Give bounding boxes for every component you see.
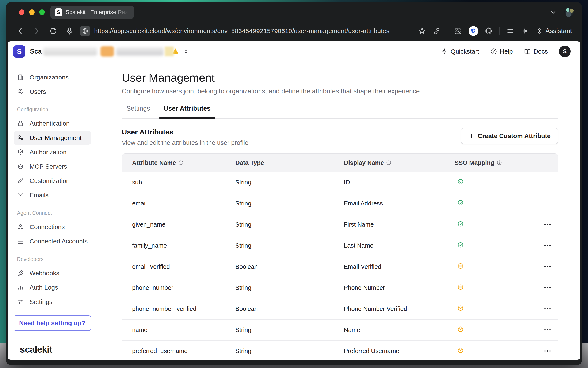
sso-unmapped-x-icon xyxy=(457,326,464,332)
user-avatar[interactable]: S xyxy=(559,46,571,57)
assistant-label: Assistant xyxy=(545,27,572,35)
reading-list-icon[interactable] xyxy=(506,27,514,35)
tab-bar: SettingsUser Attributes xyxy=(122,105,558,119)
cell-data-type: String xyxy=(235,348,344,355)
password-manager-extension[interactable] xyxy=(469,26,478,36)
workspace-selector[interactable]: Sca xyxy=(30,46,189,57)
ellipsis-menu-icon xyxy=(544,308,551,309)
need-help-button[interactable]: Need help setting up? xyxy=(13,315,91,331)
plus-icon xyxy=(468,133,475,139)
sso-mapped-check-icon xyxy=(457,178,464,185)
row-menu-button[interactable] xyxy=(524,287,558,288)
globe-icon xyxy=(82,28,89,34)
cell-sso-mapping xyxy=(455,284,524,292)
sidebar-item-label: Organizations xyxy=(29,74,68,81)
sso-unmapped-x-icon xyxy=(457,284,464,290)
sidebar-item-label: Users xyxy=(29,88,46,95)
sidebar-item-emails[interactable]: Emails xyxy=(13,188,91,202)
browser-toolbar: https://app.scalekit.cloud/ws/environmen… xyxy=(8,22,580,41)
minimize-window-button[interactable] xyxy=(29,9,35,15)
cell-sso-mapping xyxy=(455,263,524,271)
copy-link-icon[interactable] xyxy=(433,27,441,35)
info-icon[interactable] xyxy=(178,160,184,166)
bookmark-star-icon[interactable] xyxy=(418,27,426,35)
sidebar-footer: scalekit xyxy=(8,339,97,359)
table-row-name: nameStringName xyxy=(122,320,558,340)
lightning-icon xyxy=(441,48,448,55)
organizations-icon xyxy=(17,74,24,81)
row-menu-button[interactable] xyxy=(524,245,558,246)
sidebar-item-connected-accounts[interactable]: Connected Accounts xyxy=(13,235,91,248)
sidebar-item-user-management[interactable]: User Management xyxy=(13,131,91,145)
page-content: S Sca Quickstart xyxy=(8,41,580,359)
cell-attribute-name: phone_number xyxy=(122,284,235,291)
zoom-window-button[interactable] xyxy=(39,9,45,15)
sidebar-nav: OrganizationsUsersConfigurationAuthentic… xyxy=(8,62,97,309)
address-bar[interactable]: https://app.scalekit.cloud/ws/environmen… xyxy=(94,28,413,35)
sidebar-item-label: User Management xyxy=(29,134,82,141)
row-menu-button[interactable] xyxy=(524,329,558,331)
brush-icon xyxy=(17,177,24,184)
create-custom-attribute-button[interactable]: Create Custom Attribute xyxy=(461,128,558,144)
capture-search-icon[interactable] xyxy=(454,27,462,35)
quickstart-button[interactable]: Quickstart xyxy=(441,48,479,55)
cell-attribute-name: name xyxy=(122,326,235,333)
sidebar-item-settings[interactable]: Settings xyxy=(13,295,91,309)
section-subtitle: View and edit the attributes in the user… xyxy=(122,139,248,146)
sso-mapped-check-icon xyxy=(457,242,464,248)
sidebar-item-label: Customization xyxy=(29,177,70,184)
tab-overview-chevron-icon[interactable] xyxy=(549,8,557,16)
row-menu-button[interactable] xyxy=(524,308,558,309)
page-title: User Management xyxy=(122,71,558,84)
sso-unmapped-x-icon xyxy=(457,305,464,311)
sidebar-section-label-agent-connect: Agent Connect xyxy=(17,210,91,216)
sidebar-item-organizations[interactable]: Organizations xyxy=(13,71,91,84)
sidebar-item-webhooks[interactable]: Webhooks xyxy=(13,267,91,280)
cell-display-name: Email Verified xyxy=(344,263,455,270)
sidebar-item-customization[interactable]: Customization xyxy=(13,174,91,188)
sidebar-item-authorization[interactable]: Authorization xyxy=(13,146,91,159)
sidebar-item-connections[interactable]: Connections xyxy=(13,220,91,234)
row-menu-button[interactable] xyxy=(524,224,558,225)
cell-display-name: Email Address xyxy=(344,200,455,207)
cell-attribute-name: family_name xyxy=(122,242,235,249)
sidebar-item-label: MCP Servers xyxy=(29,163,67,170)
workspace-name: Sca xyxy=(30,48,42,55)
close-window-button[interactable] xyxy=(19,9,24,15)
sso-unmapped-x-icon xyxy=(457,347,464,353)
reload-icon[interactable] xyxy=(49,27,58,35)
row-menu-button[interactable] xyxy=(524,350,558,351)
microphone-icon[interactable] xyxy=(65,27,74,35)
ellipsis-menu-icon xyxy=(544,329,551,331)
table-row-preferred-username: preferred_usernameStringPreferred Userna… xyxy=(122,340,558,359)
waveform-icon[interactable] xyxy=(521,27,529,35)
help-button[interactable]: Help xyxy=(490,48,513,55)
assistant-button[interactable]: Assistant xyxy=(535,27,572,35)
browser-profile-avatar[interactable] xyxy=(564,7,575,17)
create-button-label: Create Custom Attribute xyxy=(478,132,551,139)
tab-user-attributes[interactable]: User Attributes xyxy=(159,105,215,118)
ellipsis-menu-icon xyxy=(544,245,551,246)
info-icon[interactable] xyxy=(386,160,392,166)
sidebar-item-users[interactable]: Users xyxy=(13,85,91,98)
cell-sso-mapping xyxy=(455,242,524,249)
extensions-puzzle-icon[interactable] xyxy=(485,27,493,35)
main-content: User Management Configure how users join… xyxy=(97,62,580,359)
back-icon[interactable] xyxy=(16,27,24,35)
sidebar-item-authentication[interactable]: Authentication xyxy=(13,117,91,130)
info-icon[interactable] xyxy=(497,160,502,166)
table-row-given-name: given_nameStringFirst Name xyxy=(122,214,558,235)
sidebar-item-mcp-servers[interactable]: MCP Servers xyxy=(13,160,91,173)
sidebar-item-auth-logs[interactable]: Auth Logs xyxy=(13,281,91,294)
row-menu-button[interactable] xyxy=(524,266,558,267)
site-info-badge[interactable] xyxy=(80,26,90,36)
browser-tab[interactable]: S Scalekit | Enterprise Ready A xyxy=(50,6,134,19)
forward-icon[interactable] xyxy=(32,27,41,35)
cell-display-name: Phone Number xyxy=(344,284,455,291)
section-title: User Attributes xyxy=(122,128,248,136)
tab-settings[interactable]: Settings xyxy=(122,105,155,118)
docs-button[interactable]: Docs xyxy=(524,48,548,55)
help-circle-icon xyxy=(490,48,497,55)
cell-sso-mapping xyxy=(455,200,524,207)
help-label: Help xyxy=(500,48,513,55)
